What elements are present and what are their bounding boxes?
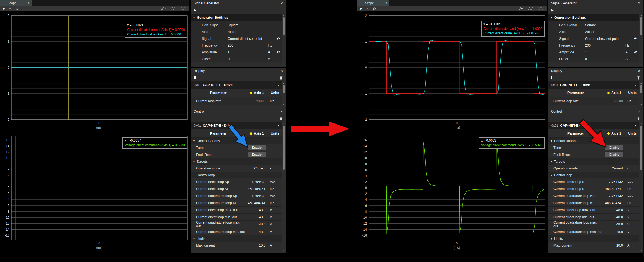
parameter-value[interactable]: Current bbox=[612, 166, 623, 170]
device-selector[interactable]: 0x01 CAP-NET-E - Drive ▾ bbox=[548, 122, 639, 129]
scroll-down-icon[interactable]: ▼ bbox=[640, 63, 642, 66]
scroll-up-icon[interactable]: ▲ bbox=[283, 122, 285, 125]
trash-icon[interactable] bbox=[637, 76, 640, 80]
play-button[interactable]: ▶ bbox=[360, 7, 363, 10]
parameter-row[interactable]: Tune Enable bbox=[548, 144, 639, 151]
parameter-value[interactable]: 20000 bbox=[613, 99, 623, 103]
parameter-row[interactable]: Current direct loop max. out 48.0 V bbox=[191, 206, 282, 213]
chevron-down-icon[interactable]: ▾ bbox=[635, 124, 636, 127]
scroll-down-icon[interactable]: ▼ bbox=[640, 103, 642, 106]
section-generator-settings[interactable]: ▾ Generator Settings bbox=[548, 14, 639, 21]
scroll-up-icon[interactable]: ▲ bbox=[283, 14, 285, 17]
parameter-row[interactable]: Fault Reset Enable bbox=[191, 151, 282, 158]
parameter-row[interactable]: Operation mode Current - bbox=[548, 165, 639, 172]
parameter-value[interactable]: Enable bbox=[248, 152, 266, 157]
scrollbar-thumb[interactable] bbox=[283, 17, 285, 35]
parameter-row[interactable]: Current quadrature loop Ki 468.484741 Hz bbox=[191, 199, 282, 206]
undo-icon[interactable]: ↶ bbox=[634, 37, 639, 41]
scrollbar-thumb[interactable] bbox=[283, 85, 285, 93]
scroll-down-icon[interactable]: ▼ bbox=[283, 103, 285, 106]
chart-current-direct[interactable]: 210-1-20(ms)x = -0.0032Current direct de… bbox=[357, 11, 547, 132]
split-trace-view-icon[interactable] bbox=[528, 7, 533, 10]
parameter-row[interactable]: Current quadrature loop min. out -48.0 V bbox=[548, 228, 639, 235]
setting-value[interactable]: Square bbox=[585, 23, 625, 27]
chevron-down-icon[interactable]: ▾ bbox=[278, 84, 279, 87]
scrollbar[interactable]: ▲ ▼ bbox=[640, 82, 643, 106]
parameter-value[interactable]: 7.764432 bbox=[251, 180, 265, 184]
close-icon[interactable]: × bbox=[638, 1, 640, 5]
parameter-value[interactable]: Enable bbox=[605, 145, 623, 150]
trash-icon[interactable] bbox=[280, 117, 283, 120]
clear-plot-icon[interactable] bbox=[15, 7, 19, 10]
parameter-value[interactable]: -48.0 bbox=[615, 230, 623, 234]
parameter-row[interactable]: ▾Control Buttons bbox=[548, 137, 639, 144]
parameter-row[interactable]: Current quadrature loop max. out 48.0 V bbox=[191, 220, 282, 228]
parameter-value[interactable]: -48.0 bbox=[258, 230, 266, 234]
trash-icon[interactable] bbox=[280, 76, 283, 80]
parameter-value[interactable]: 468.484741 bbox=[605, 187, 623, 191]
trash-icon[interactable] bbox=[637, 117, 640, 120]
parameter-row[interactable]: ▾Control loop bbox=[191, 172, 282, 178]
single-trace-view-icon[interactable] bbox=[518, 7, 523, 10]
parameter-value[interactable]: -48.0 bbox=[615, 215, 623, 219]
parameter-row[interactable]: ▾Limits bbox=[548, 235, 639, 242]
pause-button[interactable] bbox=[551, 76, 553, 79]
parameter-value[interactable]: 10.0 bbox=[259, 244, 265, 247]
parameter-row[interactable]: Current direct loop min. out -48.0 V bbox=[548, 213, 639, 220]
parameter-value[interactable]: Enable bbox=[248, 145, 266, 150]
setting-value[interactable]: Axis 1 bbox=[585, 30, 625, 34]
tab-scope[interactable]: Scope × bbox=[357, 0, 389, 6]
parameter-row[interactable]: Current direct loop Ki 468.484741 Hz bbox=[191, 185, 282, 192]
scroll-up-icon[interactable]: ▲ bbox=[640, 82, 642, 84]
setting-value[interactable]: 200 bbox=[228, 44, 268, 47]
chart-current-direct[interactable]: 210-1-20(ms)x = -0.0021Current direct de… bbox=[0, 11, 189, 132]
parameter-value[interactable]: 468.484741 bbox=[605, 201, 623, 205]
parameter-row[interactable]: Tune Enable bbox=[191, 144, 282, 151]
scroll-up-icon[interactable]: ▲ bbox=[640, 122, 642, 125]
device-selector[interactable]: 0x01 CAP-NET-E - Drive ▾ bbox=[548, 81, 639, 89]
parameter-row[interactable]: Fault Reset Enable bbox=[548, 151, 639, 158]
parameter-row[interactable]: ▾Targets bbox=[191, 158, 282, 165]
scroll-up-icon[interactable]: ▲ bbox=[640, 14, 642, 17]
close-icon[interactable]: × bbox=[638, 69, 640, 73]
scrollbar-thumb[interactable] bbox=[640, 126, 642, 170]
stop-button[interactable]: ■ bbox=[367, 7, 368, 10]
setting-value[interactable]: 0 bbox=[228, 57, 268, 61]
parameter-value[interactable]: 20000 bbox=[256, 99, 265, 103]
parameter-row[interactable]: Max. current 10.0 A bbox=[191, 242, 282, 249]
parameter-row[interactable]: Current direct loop Kp 7.764432 V/A bbox=[191, 178, 282, 185]
parameter-row[interactable]: Current loop rate 20000 Hz bbox=[548, 97, 639, 105]
close-icon[interactable]: × bbox=[638, 109, 640, 114]
parameter-value[interactable]: 468.484741 bbox=[248, 187, 265, 191]
scrollbar[interactable]: ▲ ▼ bbox=[282, 82, 285, 106]
scrollbar[interactable]: ▲ ▼ bbox=[640, 14, 643, 66]
parameter-row[interactable]: Current direct loop Ki 468.484741 Hz bbox=[548, 185, 639, 192]
parameter-row[interactable]: Current loop rate 20000 Hz bbox=[191, 97, 282, 105]
clear-plot-icon[interactable] bbox=[372, 7, 376, 10]
parameter-row[interactable]: ▾Targets bbox=[548, 158, 639, 165]
parameter-row[interactable]: Max. current 10.0 A bbox=[548, 242, 639, 249]
parameter-value[interactable]: 48.0 bbox=[259, 208, 265, 212]
parameter-row[interactable]: ▾Limits bbox=[191, 235, 282, 242]
chart-voltage-direct[interactable]: 1614121086420-2-4-6-8-10-12-14-160(ms)x … bbox=[357, 132, 547, 252]
parameter-row[interactable]: Current quadrature loop max. out 48.0 V bbox=[548, 220, 639, 228]
parameter-row[interactable]: ▾Control loop bbox=[548, 172, 639, 178]
setting-value[interactable]: Square bbox=[228, 23, 268, 27]
scrollbar-thumb[interactable] bbox=[283, 126, 285, 170]
quad-trace-view-icon[interactable] bbox=[180, 7, 186, 10]
parameter-value[interactable]: 48.0 bbox=[616, 222, 623, 226]
setting-value[interactable]: Current direct set-point bbox=[585, 37, 625, 41]
scroll-down-icon[interactable]: ▼ bbox=[283, 249, 285, 252]
scroll-down-icon[interactable]: ▼ bbox=[283, 63, 285, 66]
parameter-row[interactable]: Current direct loop Kp 7.764432 V/A bbox=[548, 178, 639, 185]
quad-trace-view-icon[interactable] bbox=[538, 7, 544, 10]
parameter-value[interactable]: Enable bbox=[605, 152, 623, 157]
tab-close-icon[interactable]: × bbox=[385, 1, 387, 5]
setting-value[interactable]: 1 bbox=[228, 50, 268, 54]
parameter-value[interactable]: 468.484741 bbox=[248, 201, 265, 205]
split-trace-view-icon[interactable] bbox=[171, 7, 176, 10]
tab-close-icon[interactable]: × bbox=[28, 1, 30, 5]
scroll-up-icon[interactable]: ▲ bbox=[283, 82, 285, 84]
parameter-value[interactable]: 48.0 bbox=[616, 208, 623, 212]
device-selector[interactable]: 0x01 CAP-NET-E - Drive ▾ bbox=[191, 81, 282, 89]
